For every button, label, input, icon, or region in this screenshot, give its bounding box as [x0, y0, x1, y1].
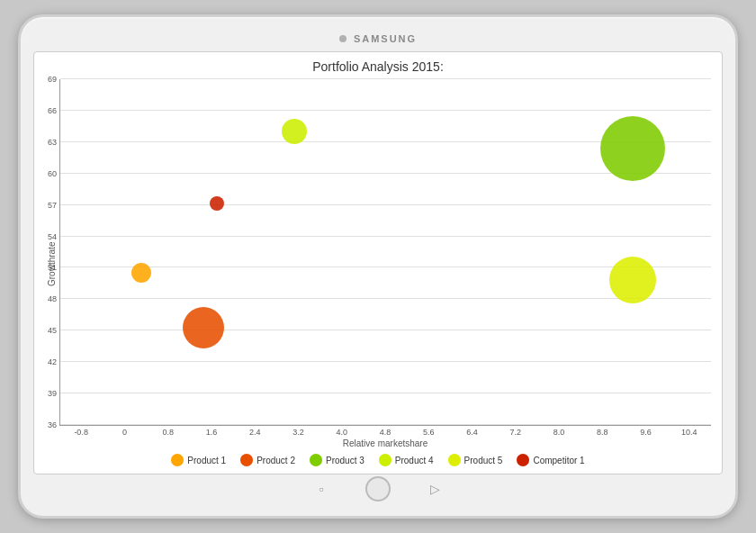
legend: Product 1Product 2Product 3Product 4Prod…: [45, 454, 711, 466]
x-tick-label: 2.4: [233, 428, 276, 437]
x-tick-label: 9.6: [624, 428, 667, 437]
legend-color-dot: [171, 454, 184, 466]
x-tick-label: 3.2: [276, 428, 320, 437]
bubble-product-1: [131, 263, 151, 283]
x-tick-label: 5.6: [407, 428, 450, 437]
legend-item: Product 2: [240, 454, 295, 466]
x-axis-title: Relative marketshare: [59, 438, 711, 448]
grid-line: [60, 204, 711, 205]
back-icon: ▫: [320, 482, 324, 496]
bubble-product-2: [183, 307, 224, 348]
bubble-product-3: [600, 116, 665, 181]
legend-item: Product 1: [171, 454, 226, 466]
grid-line: [60, 110, 711, 111]
grid-line: [60, 393, 711, 393]
chart-plot: 696663605754514845423936: [59, 79, 711, 426]
grid-line: [60, 236, 711, 237]
legend-color-dot: [448, 454, 461, 466]
y-tick-label: 60: [35, 169, 57, 178]
x-tick-label: 6.4: [450, 428, 493, 437]
legend-label: Product 4: [395, 456, 434, 465]
chart-inner: 696663605754514845423936 -0.800.81.62.43…: [59, 79, 711, 448]
camera-icon: [339, 35, 346, 42]
chart-area: Growthrate 696663605754514845423936 -0.8…: [45, 79, 711, 448]
legend-item: Product 4: [379, 454, 434, 466]
legend-label: Product 3: [326, 456, 364, 465]
x-tick-label: 0.8: [147, 428, 190, 437]
tablet-bottom-bar: ▫ ▷: [33, 474, 723, 503]
y-tick-label: 63: [35, 138, 57, 147]
bubble-product-5: [609, 257, 656, 303]
grid-line: [60, 424, 711, 425]
x-tick-label: 8.0: [537, 428, 580, 437]
y-tick-label: 48: [35, 294, 57, 303]
legend-label: Competitor 1: [533, 456, 584, 465]
x-tick-label: 8.8: [580, 428, 624, 437]
grid-line: [60, 361, 711, 362]
x-tick-label: 0: [103, 428, 146, 437]
grid-line: [60, 330, 711, 330]
back-button[interactable]: ▫: [313, 481, 329, 497]
bubble-product-4: [282, 119, 307, 144]
legend-color-dot: [310, 454, 322, 466]
x-tick-label: 4.0: [320, 428, 364, 437]
tablet-top-bar: SAMSUNG: [33, 26, 723, 51]
legend-label: Product 5: [464, 456, 503, 465]
x-tick-label: 1.6: [190, 428, 233, 437]
forward-icon: ▷: [430, 482, 440, 496]
legend-item: Competitor 1: [517, 454, 584, 466]
legend-item: Product 5: [448, 454, 503, 466]
legend-color-dot: [379, 454, 392, 466]
legend-item: Product 3: [310, 454, 364, 466]
tablet: SAMSUNG Portfolio Analysis 2015: Growthr…: [18, 14, 738, 519]
screen: Portfolio Analysis 2015: Growthrate 6966…: [33, 51, 723, 474]
legend-color-dot: [517, 454, 529, 466]
brand-label: SAMSUNG: [354, 33, 417, 44]
x-tick-label: 10.4: [668, 428, 711, 437]
y-tick-label: 45: [35, 326, 57, 335]
bubble-competitor-1: [210, 196, 224, 211]
grid-line: [60, 78, 711, 79]
x-tick-label: -0.8: [59, 428, 103, 437]
y-tick-label: 36: [35, 420, 57, 429]
y-tick-label: 51: [35, 263, 57, 272]
legend-color-dot: [240, 454, 253, 466]
y-tick-label: 39: [35, 389, 57, 398]
y-tick-label: 57: [35, 201, 57, 210]
legend-label: Product 1: [187, 456, 226, 465]
y-tick-label: 69: [35, 75, 57, 84]
y-tick-label: 42: [35, 357, 57, 366]
home-button[interactable]: [365, 476, 391, 501]
x-tick-label: 7.2: [494, 428, 537, 437]
chart-title: Portfolio Analysis 2015:: [45, 59, 711, 74]
x-tick-label: 4.8: [364, 428, 407, 437]
legend-label: Product 2: [256, 456, 295, 465]
y-tick-label: 54: [35, 232, 57, 241]
grid-line: [60, 298, 711, 299]
forward-button[interactable]: ▷: [427, 481, 443, 497]
y-tick-label: 66: [35, 106, 57, 115]
x-axis-labels: -0.800.81.62.43.24.04.85.66.47.28.08.89.…: [59, 428, 711, 437]
